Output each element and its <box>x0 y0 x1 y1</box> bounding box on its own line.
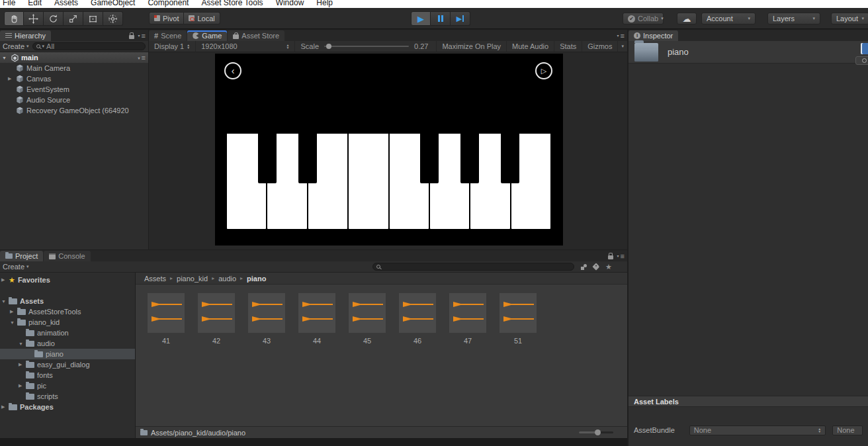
pause-button[interactable] <box>431 11 451 26</box>
piano-black-key[interactable] <box>420 134 439 183</box>
favorites-filter-icon[interactable]: ★ <box>605 263 612 271</box>
menu-item[interactable]: File <box>3 0 15 8</box>
menu-item[interactable]: Help <box>316 0 333 8</box>
transform-tool-button[interactable] <box>103 11 123 26</box>
game-toolbar-button[interactable]: Maximize On Play <box>436 41 506 52</box>
hierarchy-item[interactable]: Main Camera <box>0 63 148 73</box>
asset-labels-header[interactable]: Asset Labels <box>629 396 868 407</box>
panel-menu-icon[interactable]: ▾≡ <box>138 32 146 39</box>
assetbundle-dropdown[interactable]: None ▲▼ <box>689 425 826 435</box>
project-tree-item[interactable]: ★ piano <box>0 349 135 359</box>
scale-slider-thumb[interactable] <box>326 44 331 49</box>
foldout-arrow[interactable]: ▶ <box>19 362 26 367</box>
hierarchy-item[interactable]: EventSystem <box>0 84 148 95</box>
menu-item[interactable]: Edit <box>28 0 42 8</box>
layout-dropdown[interactable]: Layout▾ <box>831 13 868 24</box>
tab-inspector[interactable]: i Inspector <box>629 30 678 41</box>
foldout-arrow[interactable]: ▼ <box>2 56 9 60</box>
nav-prev-button[interactable]: ‹ <box>224 62 241 79</box>
game-toolbar-button[interactable]: Stats <box>554 41 582 52</box>
piano-black-key[interactable] <box>501 134 519 183</box>
menu-item[interactable]: Assets <box>54 0 78 8</box>
menu-item[interactable]: Asset Store Tools <box>201 0 263 8</box>
breadcrumb-item[interactable]: ▸ audio <box>212 275 236 283</box>
foldout-arrow[interactable]: ▼ <box>1 299 9 304</box>
gizmos-chevron[interactable]: ▾ <box>617 41 627 52</box>
project-tree-item[interactable]: ▼ ★ piano_kid <box>0 317 135 328</box>
project-tree-item[interactable]: ▶ ★ pic <box>0 380 135 391</box>
project-tree-item[interactable]: ▶ ★ Packages <box>0 402 135 412</box>
create-dropdown[interactable]: Create▾ <box>3 263 29 271</box>
rect-tool-button[interactable] <box>83 11 103 26</box>
label-filter-icon[interactable] <box>592 263 599 270</box>
foldout-arrow[interactable]: ▼ <box>10 320 17 325</box>
hierarchy-item[interactable]: Recovery GameObject (664920 <box>0 105 148 116</box>
piano-black-key[interactable] <box>258 134 277 183</box>
assetbundle-variant-dropdown[interactable]: None <box>832 425 863 435</box>
foldout-arrow[interactable]: ▶ <box>1 277 9 283</box>
tab-console[interactable]: Console <box>44 251 90 261</box>
asset-item[interactable]: 47 <box>449 293 486 345</box>
nav-next-button[interactable]: ▷ <box>535 62 552 79</box>
local-button[interactable]: Local <box>184 12 220 24</box>
project-search-input[interactable] <box>372 263 574 271</box>
account-dropdown[interactable]: Account▾ <box>701 13 756 24</box>
lock-icon[interactable] <box>129 35 134 39</box>
foldout-arrow[interactable]: ▶ <box>10 309 17 314</box>
asset-item[interactable]: 42 <box>198 293 235 345</box>
tab-hierarchy[interactable]: Hierarchy <box>0 30 51 41</box>
scene-header-main[interactable]: ▼ main ▾≡ <box>0 52 148 63</box>
foldout-arrow[interactable]: ▶ <box>19 383 26 388</box>
project-tree-item[interactable]: ▶ ★ easy_gui_dialog <box>0 359 135 370</box>
menu-item[interactable]: Window <box>276 0 304 8</box>
breadcrumb-item[interactable]: ▸ piano <box>240 275 266 283</box>
foldout-arrow[interactable]: ▶ <box>8 76 16 81</box>
create-dropdown[interactable]: Create▾ <box>3 42 29 50</box>
project-tree-item[interactable]: ▶ ★ Favorites <box>0 275 135 285</box>
piano-black-key[interactable] <box>460 134 479 183</box>
layers-dropdown[interactable]: Layers▾ <box>767 13 820 24</box>
help-book-icon[interactable] <box>861 43 868 54</box>
display-dropdown[interactable]: Display 1 ▲▼ <box>149 41 196 52</box>
collab-button[interactable]: ✔ Collab ▾ <box>623 13 664 24</box>
asset-item[interactable]: 45 <box>349 293 386 345</box>
cloud-button[interactable]: ☁ <box>677 13 697 24</box>
hierarchy-item[interactable]: ▶ Canvas <box>0 73 148 84</box>
scale-tool-button[interactable] <box>64 11 83 26</box>
asset-item[interactable]: 43 <box>248 293 285 345</box>
gizmos-dropdown[interactable]: Gizmos <box>582 41 617 52</box>
thumbnail-size-slider[interactable] <box>579 431 613 433</box>
piano-white-key[interactable] <box>349 134 388 229</box>
step-button[interactable]: ▶ <box>451 11 470 26</box>
rotate-tool-button[interactable] <box>44 11 64 26</box>
breadcrumb-item[interactable]: Assets <box>140 275 166 283</box>
hand-tool-button[interactable] <box>4 11 24 26</box>
lock-icon[interactable] <box>608 255 613 259</box>
scale-slider[interactable] <box>324 46 409 47</box>
move-tool-button[interactable] <box>24 11 44 26</box>
play-button[interactable]: ▶ <box>411 11 431 26</box>
project-tree-item[interactable]: ★ animation <box>0 328 135 338</box>
hierarchy-search-input[interactable]: ▾ All <box>32 42 146 50</box>
panel-menu-icon[interactable]: ▾≡ <box>138 54 146 61</box>
panel-menu-icon[interactable]: ▾≡ <box>617 32 625 39</box>
breadcrumb-item[interactable]: ▸ piano_kid <box>170 275 208 283</box>
type-filter-icon[interactable] <box>581 264 587 270</box>
panel-menu-icon[interactable]: ▾≡ <box>617 253 625 259</box>
slider-thumb[interactable] <box>595 429 601 435</box>
preset-button[interactable] <box>855 56 868 65</box>
foldout-arrow[interactable]: ▼ <box>19 341 26 346</box>
project-tree-item[interactable]: ★ scripts <box>0 391 135 402</box>
project-tree-item[interactable]: ★ fonts <box>0 370 135 380</box>
pivot-button[interactable]: Pivot <box>149 12 184 24</box>
project-tree-item[interactable]: ▼ ★ Assets <box>0 296 135 306</box>
tab-asset-store[interactable]: Asset Store <box>228 30 284 41</box>
asset-item[interactable]: 44 <box>298 293 335 345</box>
tab-project[interactable]: Project <box>0 251 43 261</box>
tab-game[interactable]: Game <box>187 30 227 41</box>
project-tree-item[interactable]: ▶ ★ AssetStoreTools <box>0 306 135 317</box>
resolution-dropdown[interactable]: 1920x1080 ▲▼ <box>196 41 295 52</box>
asset-item[interactable]: 51 <box>499 293 537 345</box>
asset-item[interactable]: 46 <box>399 293 436 345</box>
asset-item[interactable]: 41 <box>148 293 185 345</box>
